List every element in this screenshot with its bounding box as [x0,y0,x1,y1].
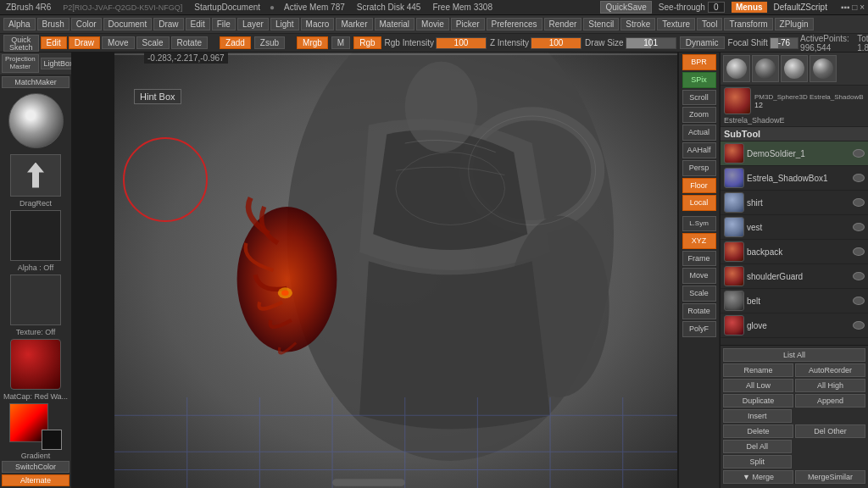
local-button[interactable]: Local [682,195,716,211]
scale-vc-button[interactable]: Scale [682,286,716,302]
subtool-item[interactable]: backpack [721,240,868,264]
frame-button[interactable]: Frame [682,251,716,267]
focal-shift-slider[interactable]: -76 [770,37,798,49]
rgb-button[interactable]: Rgb [353,36,381,49]
menu-tool[interactable]: Tool [697,18,722,30]
alpha-preview[interactable] [10,210,61,261]
zadd-button[interactable]: Zadd [220,36,251,49]
z-intensity-control[interactable]: Z Intensity 100 [490,37,581,49]
all-low-button[interactable]: All Low [723,379,793,392]
menu-transform[interactable]: Transform [724,18,772,30]
subtool-visibility-toggle[interactable] [853,149,865,158]
menu-preferences[interactable]: Preferences [487,18,542,30]
quick-sketch-button[interactable]: Quick Sketch [3,35,39,52]
rename-button[interactable]: Rename [723,363,793,377]
spix-button[interactable]: SPix [682,72,716,88]
matcap-preview[interactable] [10,339,61,390]
texture-preview[interactable] [10,274,61,325]
all-high-button[interactable]: All High [795,379,865,392]
menu-material[interactable]: Material [375,18,415,30]
rotate-vc-button[interactable]: Rotate [682,303,716,319]
alternate-button[interactable]: Alternate [2,474,70,486]
subtool-item[interactable]: shoulderGuard [721,264,868,289]
aahalf-button[interactable]: AAHalf [682,142,716,158]
menu-layer[interactable]: Layer [237,18,269,30]
subtool-list[interactable]: DemoSoldier_1Estrela_ShadowBox1shirtvest… [721,141,868,345]
zsub-button[interactable]: Zsub [254,36,285,49]
append-button[interactable]: Append [795,394,865,408]
color-swatch-fg[interactable] [42,430,62,450]
del-other-button[interactable]: Del Other [795,424,865,438]
menu-stencil[interactable]: Stencil [583,18,619,30]
pm3d-thumb[interactable] [724,87,751,114]
menu-brush[interactable]: Brush [37,18,70,30]
m-button[interactable]: M [331,36,350,49]
subtool-visibility-toggle[interactable] [853,198,865,207]
menu-stroke[interactable]: Stroke [620,18,655,30]
color-swatch-area[interactable] [9,403,62,450]
subtool-item[interactable]: Estrela_ShadowBox1 [721,166,868,191]
3d-viewport[interactable]: Hint Box [72,53,720,488]
edit-button[interactable]: Edit [41,36,67,49]
move-button[interactable]: Move [102,36,134,49]
z-intensity-slider[interactable]: 100 [531,37,581,49]
subtool-item[interactable]: vest [721,215,868,240]
eraser-brush-icon[interactable] [752,55,779,82]
rgb-intensity-control[interactable]: Rgb Intensity 100 [385,37,487,49]
subtool-visibility-toggle[interactable] [853,272,865,280]
viewport-canvas[interactable]: -0.283,-2.217,-0.967 [72,53,720,488]
del-all-button[interactable]: Del All [723,440,792,453]
menu-macro[interactable]: Macro [301,18,335,30]
scroll-button[interactable]: Scroll [682,90,716,106]
rotate-button[interactable]: Rotate [171,36,208,49]
bpr-button[interactable]: BPR [682,54,716,70]
menu-texture[interactable]: Texture [657,18,695,30]
move-vc-button[interactable]: Move [682,268,716,284]
duplicate-button[interactable]: Duplicate [723,394,793,408]
xyz-button[interactable]: XYZ [682,233,716,249]
merge-similar-button[interactable]: MergeSimilar [795,470,865,484]
menus-button[interactable]: Menus [732,2,767,13]
seethrough-value[interactable]: 0 [708,2,725,13]
floor-button[interactable]: Floor [682,178,716,194]
mrgb-button[interactable]: Mrgb [297,36,328,49]
merge-button[interactable]: ▼ Merge [723,470,793,484]
subtool-item[interactable]: glove [721,313,868,338]
polyf-button[interactable]: PolyF [682,321,716,337]
delete-button[interactable]: Delete [723,424,793,438]
draw-size-control[interactable]: Draw Size 101 [585,37,676,49]
menu-movie[interactable]: Movie [416,18,449,30]
menu-zplugin[interactable]: ZPlugin [775,18,814,30]
menu-draw[interactable]: Draw [153,18,183,30]
rgb-intensity-slider[interactable]: 100 [436,37,487,49]
menu-edit[interactable]: Edit [186,18,210,30]
projection-master-button[interactable]: Projection Master [2,54,39,73]
subtool-item[interactable]: belt [721,289,868,313]
menu-color[interactable]: Color [71,18,102,30]
menu-light[interactable]: Light [270,18,299,30]
subtool-visibility-toggle[interactable] [853,321,865,330]
simple-brush-icon[interactable] [723,55,750,82]
insert-button[interactable]: Insert [723,409,792,423]
list-all-button[interactable]: List All [723,348,865,362]
menu-render[interactable]: Render [544,18,582,30]
menu-alpha[interactable]: Alpha [3,18,36,30]
quicksave-button[interactable]: QuickSave [600,1,651,14]
subtool-visibility-toggle[interactable] [853,247,865,256]
dynamic-button[interactable]: Dynamic [680,36,725,49]
zoom-button[interactable]: Zoom [682,107,716,123]
draw-size-slider[interactable]: 101 [626,37,676,49]
subtool-item[interactable]: shirt [721,191,868,215]
auto-reorder-button[interactable]: AutoReorder [795,363,865,377]
sphere3d-1-icon[interactable] [810,55,837,82]
scale-button[interactable]: Scale [136,36,170,49]
matchmaker-button[interactable]: MatchMaker [2,76,70,88]
menu-marker[interactable]: Marker [336,18,372,30]
lightbox-button[interactable]: LightBox [41,58,72,69]
subtool-visibility-toggle[interactable] [853,297,865,305]
split-button[interactable]: Split [723,455,792,469]
draw-button[interactable]: Draw [69,36,100,49]
subtool-item[interactable]: DemoSoldier_1 [721,141,868,166]
menu-picker[interactable]: Picker [451,18,485,30]
menu-document[interactable]: Document [103,18,153,30]
